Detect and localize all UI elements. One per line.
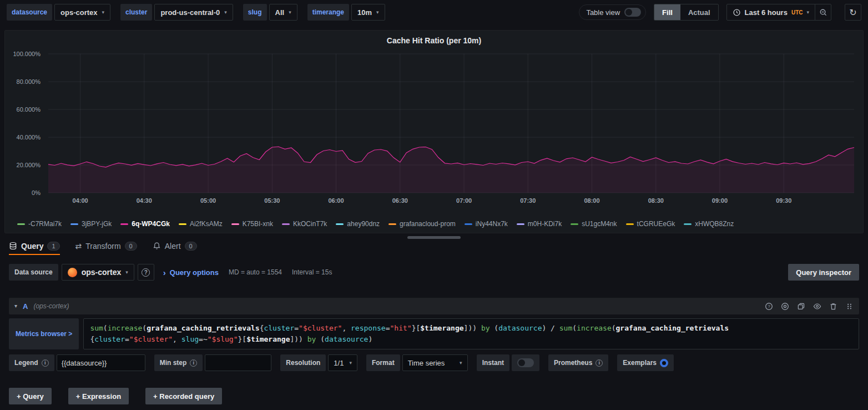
- trash-icon: [829, 302, 837, 311]
- tab-query[interactable]: Query 1: [9, 237, 60, 255]
- y-tick-label: 40.000%: [17, 134, 41, 141]
- legend-item[interactable]: sU1gcM4nk: [571, 220, 617, 228]
- legend-item[interactable]: Ai2fKsAMz: [179, 220, 223, 228]
- query-options-toggle[interactable]: › Query options: [163, 268, 219, 277]
- legend-item[interactable]: 3jBPY-jGk: [70, 220, 112, 228]
- legend-swatch: [465, 223, 472, 225]
- disable-query-button[interactable]: [813, 302, 821, 311]
- expr-token: }[: [238, 335, 247, 343]
- y-tick-label: 80.000%: [17, 78, 41, 85]
- top-toolbar: datasource ops-cortex ▾ cluster prod-us-…: [0, 0, 868, 24]
- variable-dropdown-timerange[interactable]: 10m ▾: [351, 4, 385, 21]
- variable-dropdown-slug[interactable]: All ▾: [269, 4, 297, 21]
- legend-item[interactable]: K75BI-xnk: [231, 220, 273, 228]
- expr-token: $timerange: [246, 335, 290, 343]
- query-editor-row: Metrics browser > sum(increase(grafana_c…: [9, 318, 859, 349]
- legend-item[interactable]: xHWQB8Znz: [684, 220, 734, 228]
- table-view-label: Table view: [586, 8, 620, 17]
- legend-label: K75BI-xnk: [243, 220, 273, 228]
- expr-token: (: [103, 324, 108, 332]
- time-range-picker[interactable]: Last 6 hours UTC ▾: [726, 4, 815, 21]
- x-tick-label: 04:00: [73, 197, 88, 204]
- panel-title[interactable]: Cache Hit Ratio (per 10m): [5, 36, 863, 45]
- metrics-browser-button[interactable]: Metrics browser >: [9, 318, 79, 349]
- copy-icon: [797, 302, 805, 311]
- query-history-button[interactable]: [780, 302, 789, 311]
- legend-item[interactable]: ahey90dnz: [336, 220, 380, 228]
- expr-token: cluster: [94, 335, 125, 343]
- refresh-button[interactable]: ↻: [845, 4, 861, 21]
- instant-toggle[interactable]: [517, 358, 534, 367]
- x-tick-label: 06:00: [328, 197, 344, 204]
- legend-swatch: [231, 223, 239, 225]
- variable-dropdown-datasource[interactable]: ops-cortex ▾: [54, 4, 110, 21]
- legend-item[interactable]: iNy44Nx7k: [465, 220, 508, 228]
- view-mode-group: Fill Actual: [654, 4, 719, 21]
- info-icon[interactable]: i: [42, 359, 49, 367]
- fill-button[interactable]: Fill: [654, 4, 680, 20]
- info-icon[interactable]: i: [596, 359, 603, 367]
- variable-dropdown-cluster[interactable]: prod-us-central-0 ▾: [154, 4, 233, 21]
- legend-item[interactable]: tCGRUEeGk: [626, 220, 675, 228]
- format-option-label: Format: [366, 354, 400, 371]
- add-recorded-query-button[interactable]: + Recorded query: [145, 388, 222, 404]
- chevron-down-icon: ▾: [349, 361, 352, 366]
- legend-item[interactable]: KkOCinT7k: [282, 220, 327, 228]
- variable-group-slug: slug All ▾: [243, 4, 297, 21]
- legend-item[interactable]: -C7RMai7k: [17, 220, 62, 228]
- legend-swatch: [684, 223, 692, 225]
- data-source-picker[interactable]: ops-cortex ▾: [62, 264, 134, 281]
- remove-query-button[interactable]: [829, 302, 837, 311]
- tab-label: Alert: [165, 242, 181, 251]
- legend-item[interactable]: grafanacloud-prom: [388, 220, 456, 228]
- info-icon[interactable]: i: [190, 359, 197, 367]
- help-icon: ?: [142, 268, 150, 277]
- exemplars-toggle-icon[interactable]: [660, 359, 668, 367]
- legend-label: sU1gcM4nk: [582, 220, 617, 228]
- x-tick-label: 04:30: [137, 197, 152, 204]
- duplicate-query-button[interactable]: [796, 302, 805, 311]
- legend-label: Ai2fKsAMz: [190, 220, 223, 228]
- expr-token: "$slug": [208, 335, 238, 343]
- expr-token: by: [481, 324, 490, 332]
- zoom-out-button[interactable]: [815, 4, 831, 21]
- query-ref-id: A: [23, 302, 28, 311]
- add-query-button[interactable]: + Query: [9, 388, 52, 404]
- data-source-help-button[interactable]: ?: [138, 264, 154, 281]
- query-row-header[interactable]: ▾ A (ops-cortex) ?: [9, 298, 859, 314]
- expr-token: =~: [199, 335, 208, 343]
- chevron-down-icon: ▾: [806, 10, 809, 15]
- x-tick-label: 09:00: [712, 197, 728, 204]
- query-help-button[interactable]: ?: [764, 302, 773, 311]
- expr-token: increase: [108, 324, 143, 332]
- x-tick-label: 09:30: [776, 197, 791, 204]
- tab-transform[interactable]: ⇄ Transform 0: [75, 237, 137, 255]
- query-header-actions: ?: [764, 302, 854, 311]
- legend-swatch: [626, 223, 634, 225]
- legend-label: KkOCinT7k: [293, 220, 327, 228]
- format-select[interactable]: Time series ▾: [402, 354, 468, 371]
- plot-area[interactable]: 04:0004:3005:0005:3006:0006:3007:0007:30…: [48, 54, 854, 193]
- min-step-input[interactable]: [205, 354, 271, 371]
- resolution-select[interactable]: 1/1 ▾: [328, 354, 357, 371]
- actual-button[interactable]: Actual: [680, 4, 718, 20]
- table-view-toggle[interactable]: [624, 8, 641, 17]
- legend-item[interactable]: 6q-WP4CGk: [120, 220, 170, 228]
- y-tick-label: 60.000%: [17, 106, 41, 113]
- chevron-down-icon: ▾: [289, 10, 291, 15]
- expr-token: ])): [464, 324, 481, 332]
- query-expression[interactable]: sum(increase(grafana_caching_retrievals{…: [83, 318, 859, 349]
- query-inspector-button[interactable]: Query inspector: [788, 264, 859, 281]
- legend-item[interactable]: m0H-KDi7k: [517, 220, 562, 228]
- add-expression-button[interactable]: + Expression: [68, 388, 129, 404]
- expr-token: by: [307, 335, 316, 343]
- drag-handle-icon[interactable]: [845, 302, 854, 311]
- legend-input[interactable]: [57, 354, 145, 371]
- x-tick-label: 05:30: [264, 197, 280, 204]
- variable-value: prod-us-central-0: [160, 8, 220, 17]
- clock-icon: [733, 8, 741, 17]
- chevron-down-icon: ▾: [376, 10, 379, 15]
- tab-alert[interactable]: Alert 0: [153, 237, 197, 255]
- expr-token: "hit": [390, 324, 411, 332]
- legend-label: tCGRUEeGk: [637, 220, 675, 228]
